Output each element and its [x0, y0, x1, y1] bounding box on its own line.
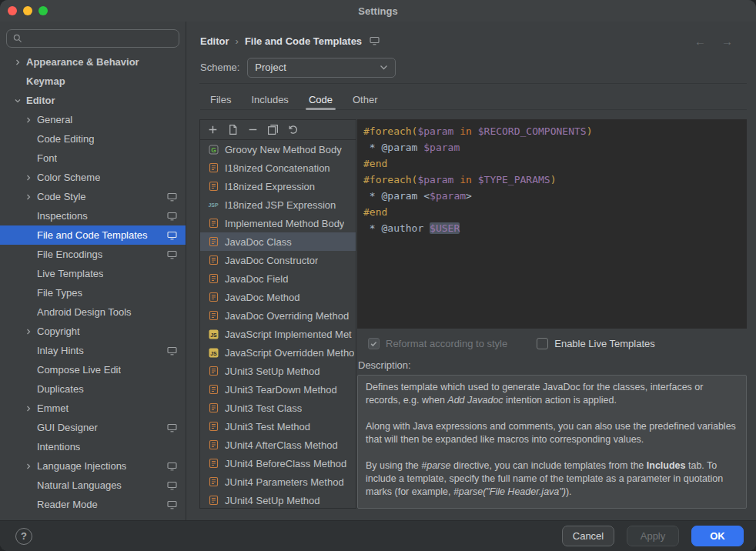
sidebar-item-inspections[interactable]: Inspections	[0, 206, 186, 225]
sidebar-item-editor[interactable]: Editor	[0, 91, 186, 110]
sidebar-item-file-and-code-templates[interactable]: File and Code Templates	[0, 225, 186, 245]
chevron-right-icon[interactable]	[9, 59, 26, 65]
sidebar-item-label: File Encodings	[37, 249, 102, 260]
add-template-button[interactable]	[207, 124, 219, 135]
enable-live-templates-checkbox[interactable]	[537, 338, 548, 349]
sidebar-item-duplicates[interactable]: Duplicates	[0, 379, 186, 399]
chevron-down-icon[interactable]	[9, 98, 26, 104]
fullscreen-window-button[interactable]	[38, 6, 48, 15]
template-file-icon	[207, 402, 219, 414]
tab-files[interactable]: Files	[200, 89, 241, 109]
scheme-selected-value: Project	[255, 62, 286, 73]
sidebar-item-reader-mode[interactable]: Reader Mode	[0, 495, 186, 514]
back-icon[interactable]: ←	[694, 35, 706, 48]
description-box[interactable]: Defines template which used to generate …	[357, 375, 747, 509]
template-item-javascript-implemented-met[interactable]: JSJavaScript Implemented Met	[200, 325, 356, 343]
chevron-right-icon[interactable]	[20, 117, 37, 123]
sidebar-item-live-templates[interactable]: Live Templates	[0, 264, 186, 283]
template-item-junit4-afterclass-method[interactable]: JUnit4 AfterClass Method	[200, 436, 356, 454]
template-item-javadoc-overriding-method[interactable]: JavaDoc Overriding Method	[200, 306, 356, 325]
template-item-junit4-setup-method[interactable]: JUnit4 SetUp Method	[200, 491, 356, 508]
sidebar-item-android-design-tools[interactable]: Android Design Tools	[0, 302, 186, 322]
create-template-from-file-button[interactable]	[227, 124, 239, 135]
sidebar-item-emmet[interactable]: Emmet	[0, 399, 186, 418]
template-item-javadoc-constructor[interactable]: JavaDoc Constructor	[200, 251, 356, 269]
sidebar-item-general[interactable]: General	[0, 110, 186, 129]
template-item-implemented-method-body[interactable]: Implemented Method Body	[200, 214, 356, 232]
sidebar-item-code-style[interactable]: Code Style	[0, 187, 186, 206]
sidebar-item-label: Duplicates	[37, 383, 84, 395]
template-name: I18nized JSP Expression	[225, 199, 336, 211]
template-item-javadoc-class[interactable]: JavaDoc Class	[200, 232, 356, 251]
sidebar-item-keymap[interactable]: Keymap	[0, 72, 186, 91]
sidebar-item-appearance-behavior[interactable]: Appearance & Behavior	[0, 52, 186, 72]
template-name: JavaDoc Constructor	[225, 255, 318, 266]
sidebar-item-inlay-hints[interactable]: Inlay Hints	[0, 341, 186, 360]
sidebar-item-font[interactable]: Font	[0, 149, 186, 168]
sidebar-item-compose-live-edit[interactable]: Compose Live Edit	[0, 360, 186, 379]
sidebar-item-label: GUI Designer	[37, 422, 98, 433]
ok-button[interactable]: OK	[691, 526, 744, 546]
template-item-javadoc-method[interactable]: JavaDoc Method	[200, 288, 356, 306]
enable-live-templates-label: Enable Live Templates	[554, 338, 655, 349]
template-item-junit4-parameters-method[interactable]: JUnit4 Parameters Method	[200, 473, 356, 491]
tab-other[interactable]: Other	[343, 89, 388, 109]
template-item-groovy-new-method-body[interactable]: GGroovy New Method Body	[200, 140, 356, 159]
template-list: GGroovy New Method BodyI18nized Concaten…	[200, 140, 356, 508]
minimize-window-button[interactable]	[23, 6, 32, 15]
chevron-right-icon[interactable]	[20, 463, 37, 469]
sidebar-item-intentions[interactable]: Intentions	[0, 437, 186, 456]
sidebar-item-code-editing[interactable]: Code Editing	[0, 129, 186, 149]
remove-template-button[interactable]	[247, 124, 259, 135]
sidebar-item-label: Compose Live Edit	[37, 364, 121, 376]
sidebar-item-file-types[interactable]: File Types	[0, 283, 186, 302]
cancel-button[interactable]: Cancel	[562, 526, 614, 546]
template-name: JUnit4 Parameters Method	[225, 476, 344, 488]
template-item-i18nized-concatenation[interactable]: I18nized Concatenation	[200, 159, 356, 177]
sidebar-item-label: Emmet	[37, 402, 69, 414]
template-item-junit3-test-class[interactable]: JUnit3 Test Class	[200, 399, 356, 417]
template-item-javascript-overridden-metho[interactable]: JSJavaScript Overridden Metho	[200, 343, 356, 362]
chevron-right-icon[interactable]	[20, 175, 37, 181]
code-line: #foreach($param in $TYPE_PARAMS)	[363, 172, 741, 188]
template-item-junit3-setup-method[interactable]: JUnit3 SetUp Method	[200, 362, 356, 380]
copy-template-button[interactable]	[267, 124, 279, 135]
chevron-right-icon[interactable]	[20, 194, 37, 200]
template-tabs: FilesIncludesCodeOther	[200, 89, 747, 110]
settings-search-input[interactable]	[27, 33, 173, 45]
scheme-select[interactable]: Project	[247, 58, 396, 78]
description-paragraph: By using the #parse directive, you can i…	[366, 459, 738, 499]
chevron-right-icon[interactable]	[20, 329, 37, 335]
template-file-icon	[207, 162, 219, 174]
help-button[interactable]: ?	[15, 528, 32, 545]
template-item-i18nized-jsp-expression[interactable]: JSPI18nized JSP Expression	[200, 195, 356, 214]
template-item-i18nized-expression[interactable]: I18nized Expression	[200, 177, 356, 195]
sidebar-item-language-injections[interactable]: Language Injections	[0, 456, 186, 476]
sidebar-item-label: Color Scheme	[37, 172, 100, 183]
sidebar-item-gui-designer[interactable]: GUI Designer	[0, 418, 186, 437]
template-item-junit3-teardown-method[interactable]: JUnit3 TearDown Method	[200, 380, 356, 399]
tab-code[interactable]: Code	[299, 89, 343, 109]
apply-button[interactable]: Apply	[627, 526, 679, 546]
sidebar-item-label: File Types	[37, 287, 82, 299]
chevron-right-icon[interactable]	[20, 406, 37, 412]
template-item-junit3-test-method[interactable]: JUnit3 Test Method	[200, 417, 356, 436]
tab-includes[interactable]: Includes	[241, 89, 298, 109]
breadcrumb-file-and-code-templates[interactable]: File and Code Templates	[245, 35, 362, 47]
sidebar-item-copyright[interactable]: Copyright	[0, 322, 186, 341]
sidebar-item-file-encodings[interactable]: File Encodings	[0, 245, 186, 264]
forward-icon[interactable]: →	[721, 35, 733, 48]
settings-search[interactable]	[6, 29, 179, 48]
template-item-junit4-beforeclass-method[interactable]: JUnit4 BeforeClass Method	[200, 454, 356, 473]
reset-to-default-button[interactable]	[287, 124, 299, 135]
reformat-checkbox[interactable]	[368, 338, 380, 349]
breadcrumb-editor[interactable]: Editor	[200, 35, 229, 47]
sidebar-item-label: Android Design Tools	[37, 306, 132, 318]
template-name: JUnit3 TearDown Method	[225, 384, 337, 396]
sidebar-item-color-scheme[interactable]: Color Scheme	[0, 168, 186, 187]
sidebar-item-natural-languages[interactable]: Natural Languages	[0, 476, 186, 495]
template-code-editor[interactable]: #foreach($param in $RECORD_COMPONENTS) *…	[357, 119, 747, 329]
close-window-button[interactable]	[8, 6, 17, 15]
template-item-javadoc-field[interactable]: JavaDoc Field	[200, 269, 356, 288]
breadcrumb-separator-icon: ›	[236, 35, 239, 47]
